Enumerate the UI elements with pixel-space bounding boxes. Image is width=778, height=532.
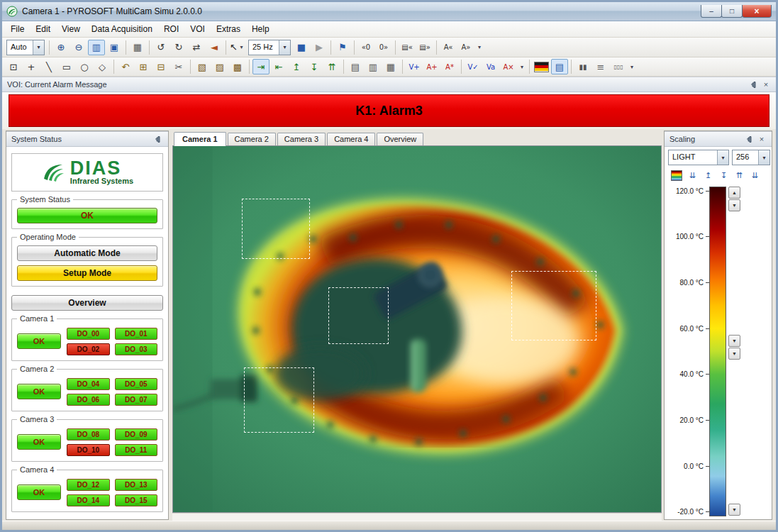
chevron-down-icon[interactable]: ▾ bbox=[758, 150, 769, 165]
output-do-07-button[interactable]: DO_07 bbox=[115, 394, 158, 406]
mirror-vertical-icon[interactable]: ◄ bbox=[206, 40, 223, 55]
output-do-05-button[interactable]: DO_05 bbox=[115, 378, 158, 390]
zoom-out-icon[interactable]: ⊖ bbox=[70, 40, 87, 55]
min-down-icon[interactable]: ⇊ bbox=[748, 169, 762, 182]
close-icon[interactable]: × bbox=[757, 134, 767, 144]
close-button[interactable]: × bbox=[742, 5, 772, 18]
alarm-config-icon[interactable]: A* bbox=[441, 59, 458, 74]
output-do-04-button[interactable]: DO_04 bbox=[67, 378, 110, 390]
marker-flag-icon[interactable]: ⚑ bbox=[334, 40, 351, 55]
menu-voi[interactable]: VOI bbox=[184, 23, 211, 35]
tab-overview[interactable]: Overview bbox=[377, 133, 423, 145]
output-do-02-button[interactable]: DO_02 bbox=[67, 343, 110, 355]
voi-list-icon[interactable]: ▥ bbox=[365, 59, 382, 74]
camera-3-ok-button[interactable]: OK bbox=[17, 434, 61, 450]
roi-lower-icon[interactable]: ↧ bbox=[306, 59, 323, 74]
columns-layout-icon[interactable]: ▯▯▯ bbox=[610, 59, 627, 74]
pin-icon[interactable] bbox=[745, 134, 755, 144]
setup-mode-button[interactable]: Setup Mode bbox=[17, 265, 157, 281]
max-down-icon[interactable]: ↧ bbox=[716, 169, 731, 182]
roi-raise-icon[interactable]: ↥ bbox=[288, 59, 305, 74]
max-up-icon[interactable]: ↥ bbox=[701, 169, 716, 182]
tab-camera-4[interactable]: Camera 4 bbox=[327, 133, 375, 145]
zoom-in-icon[interactable]: ⊕ bbox=[52, 40, 70, 55]
roi-list-icon[interactable]: ▤ bbox=[347, 59, 364, 74]
camera-2-ok-button[interactable]: OK bbox=[17, 384, 61, 399]
chevron-down-icon[interactable]: ▾ bbox=[279, 40, 290, 55]
rows-layout-icon[interactable]: ≡ bbox=[592, 59, 609, 74]
layout-overflow-icon[interactable]: ▾ bbox=[628, 59, 636, 74]
auto-range-icon[interactable]: ⇊ bbox=[685, 169, 700, 182]
menu-edit[interactable]: Edit bbox=[30, 23, 56, 35]
roi-rect-1[interactable] bbox=[242, 199, 310, 260]
output-do-09-button[interactable]: DO_09 bbox=[115, 428, 158, 440]
range-min-down-button[interactable]: ▼ bbox=[728, 348, 740, 360]
rotate-right-icon[interactable]: ↻ bbox=[170, 40, 187, 55]
play-icon[interactable]: ▶ bbox=[311, 40, 328, 55]
alarm-delete-icon[interactable]: A× bbox=[500, 59, 517, 74]
roi-point-icon[interactable]: + bbox=[23, 59, 40, 74]
roi-polygon-icon[interactable]: ◇ bbox=[94, 59, 111, 74]
pin-icon[interactable] bbox=[153, 134, 163, 144]
roi-rect-icon[interactable]: ▭ bbox=[58, 59, 75, 74]
roi-rect-3[interactable] bbox=[244, 367, 313, 433]
output-do-01-button[interactable]: DO_01 bbox=[115, 328, 158, 340]
menu-help[interactable]: Help bbox=[246, 23, 275, 35]
chevron-down-icon[interactable]: ▾ bbox=[33, 40, 44, 55]
output-do-08-button[interactable]: DO_08 bbox=[67, 428, 110, 440]
min-up-icon[interactable]: ⇈ bbox=[732, 169, 747, 182]
output-do-15-button[interactable]: DO_15 bbox=[115, 494, 158, 506]
output-do-10-button[interactable]: DO_10 bbox=[67, 444, 110, 456]
close-icon[interactable]: × bbox=[761, 79, 771, 89]
stop-icon[interactable]: ■ bbox=[293, 40, 310, 55]
auto-zoom-combo[interactable]: Auto▾ bbox=[6, 40, 45, 55]
scale-scroll-down-button[interactable]: ▼ bbox=[728, 199, 740, 211]
roi-ellipse-icon[interactable]: ○ bbox=[76, 59, 93, 74]
tab-camera-1[interactable]: Camera 1 bbox=[174, 132, 226, 146]
language-german-icon[interactable] bbox=[534, 62, 549, 72]
grid-icon[interactable]: ▦ bbox=[129, 40, 146, 55]
roi-rect-2[interactable] bbox=[328, 287, 389, 344]
framerate-combo[interactable]: 25 Hz▾ bbox=[248, 40, 291, 55]
pause-display-icon[interactable]: ▮▮ bbox=[574, 59, 591, 74]
scale-bottom-button[interactable]: ▼ bbox=[728, 504, 740, 516]
undo-roi-icon[interactable]: ↶ bbox=[117, 59, 134, 74]
output-do-00-button[interactable]: DO_00 bbox=[67, 328, 110, 340]
menu-view[interactable]: View bbox=[56, 23, 86, 35]
output-do-12-button[interactable]: DO_12 bbox=[67, 479, 110, 491]
next-image-icon[interactable]: ▤» bbox=[416, 40, 433, 55]
tab-camera-3[interactable]: Camera 3 bbox=[277, 133, 326, 145]
pointer-tool-icon[interactable]: ↖▾ bbox=[229, 40, 246, 55]
camera-1-ok-button[interactable]: OK bbox=[17, 333, 61, 349]
voi-check-icon[interactable]: V✓ bbox=[465, 59, 482, 74]
roi-sync-icon[interactable]: ⇈ bbox=[323, 59, 340, 74]
palette-combo[interactable]: LIGHT ▾ bbox=[668, 150, 729, 165]
paste-roi-icon[interactable]: ⊟ bbox=[152, 59, 170, 74]
prev-image-icon[interactable]: ▤« bbox=[399, 40, 416, 55]
goto-first-alarm-icon[interactable]: «0 bbox=[357, 40, 374, 55]
output-do-13-button[interactable]: DO_13 bbox=[115, 479, 158, 491]
save-config-icon[interactable]: ▩ bbox=[229, 59, 246, 74]
pin-icon[interactable] bbox=[749, 79, 759, 89]
mirror-horizontal-icon[interactable]: ⇄ bbox=[188, 40, 205, 55]
toolbar1-overflow-icon[interactable]: ▾ bbox=[475, 40, 484, 55]
goto-next-alarm-icon[interactable]: 0» bbox=[375, 40, 392, 55]
output-do-03-button[interactable]: DO_03 bbox=[115, 343, 158, 355]
overview-button[interactable]: Overview bbox=[11, 295, 163, 311]
roi-rect-4[interactable] bbox=[511, 271, 596, 340]
voi-overflow-icon[interactable]: ▾ bbox=[518, 59, 526, 74]
open-config-icon[interactable]: ▨ bbox=[211, 59, 228, 74]
maximize-button[interactable]: □ bbox=[721, 5, 743, 18]
automatic-mode-button[interactable]: Automatic Mode bbox=[17, 245, 157, 261]
output-do-14-button[interactable]: DO_14 bbox=[67, 494, 110, 506]
roi-export-icon[interactable]: ⇤ bbox=[270, 59, 287, 74]
menu-extras[interactable]: Extras bbox=[211, 23, 246, 35]
alarm-add-icon[interactable]: A+ bbox=[423, 59, 440, 74]
alarm-list-icon[interactable]: ▦ bbox=[382, 59, 399, 74]
range-max-down-button[interactable]: ▼ bbox=[728, 335, 740, 347]
scale-scroll-up-button[interactable]: ▲ bbox=[728, 187, 740, 199]
roi-line-icon[interactable]: ╲ bbox=[40, 59, 57, 74]
output-do-11-button[interactable]: DO_11 bbox=[115, 444, 158, 456]
palette-preview-icon[interactable] bbox=[668, 168, 684, 183]
copy-roi-icon[interactable]: ⊞ bbox=[135, 59, 152, 74]
